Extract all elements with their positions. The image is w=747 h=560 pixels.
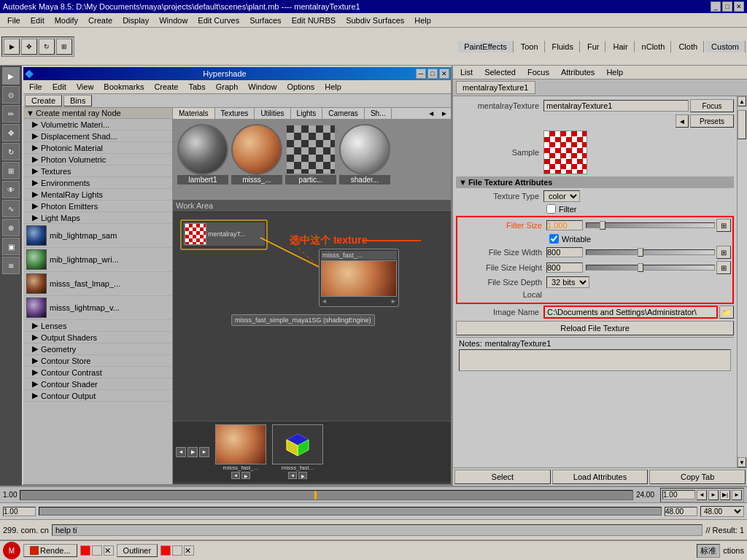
arrow-left-btn[interactable]: ◄ [676, 114, 689, 128]
range-dropdown[interactable]: 48.00 [700, 506, 744, 517]
shelf-tab-custom[interactable]: Custom [705, 41, 746, 52]
mat-scroll-right[interactable]: ► [438, 109, 451, 117]
height-more-btn[interactable]: ⊞ [716, 261, 731, 274]
menu-subdiv[interactable]: Subdiv Surfaces [341, 15, 409, 26]
menu-create[interactable]: Create [84, 15, 117, 26]
frame-input[interactable] [662, 490, 695, 499]
hs-menu-create[interactable]: Create [150, 82, 182, 92]
hs-menu-edit[interactable]: Edit [48, 82, 71, 92]
timeline-cursor[interactable] [314, 491, 317, 499]
photonic-mat-item[interactable]: ▶ Photonic Material [23, 142, 172, 154]
nav-prev[interactable]: ◄ [176, 447, 186, 457]
attr-menu-attributes[interactable]: Attributes [557, 67, 599, 77]
scroll-thumb[interactable] [738, 110, 746, 139]
hs-menu-options[interactable]: Options [282, 82, 319, 92]
height-thumb[interactable] [638, 263, 643, 272]
outliner-close[interactable]: ✕ [184, 545, 194, 556]
maximize-btn[interactable]: □ [722, 1, 732, 12]
shelf-tab-fluids[interactable]: Fluids [546, 41, 580, 52]
texture-type-select[interactable]: color [543, 190, 580, 202]
render-stop[interactable] [80, 545, 90, 556]
outliner-pause[interactable] [172, 545, 182, 556]
tool-paint[interactable]: ✏ [2, 105, 20, 122]
contour-contrast-item[interactable]: ▶ Contour Contrast [23, 367, 172, 378]
textures-item[interactable]: ▶ Textures [23, 166, 172, 177]
mentalray-lights-item[interactable]: ▶ MentalRay Lights [23, 189, 172, 201]
range-start-input[interactable] [3, 507, 36, 516]
width-more-btn[interactable]: ⊞ [716, 246, 731, 259]
tool-dynamics[interactable]: ≋ [2, 257, 20, 274]
writable-checkbox[interactable] [549, 234, 559, 244]
height-slider[interactable] [586, 265, 715, 271]
hs-bins-tab[interactable]: Bins [63, 95, 92, 106]
menu-help[interactable]: Help [410, 15, 436, 26]
light-maps-item[interactable]: ▶ Light Maps [23, 212, 172, 224]
menu-modify[interactable]: Modify [50, 15, 82, 26]
tool-move[interactable]: ✥ [21, 39, 37, 55]
create-section-header[interactable]: ▼ Create mental ray Node [23, 108, 172, 119]
range-track[interactable] [39, 507, 662, 516]
menu-edit-curves[interactable]: Edit Curves [193, 15, 244, 26]
tool-rotate[interactable]: ↻ [39, 39, 55, 55]
tool-select[interactable]: ▶ [4, 39, 20, 55]
output-shaders-item[interactable]: ▶ Output Shaders [23, 332, 172, 343]
attr-menu-help[interactable]: Help [602, 67, 627, 77]
timeline-track[interactable] [20, 490, 633, 500]
shelf-tab-hair[interactable]: Hair [607, 41, 634, 52]
tool-scale2[interactable]: ⊞ [2, 162, 20, 179]
hs-menu-tabs[interactable]: Tabs [184, 82, 209, 92]
tool-lasso[interactable]: ⊙ [2, 86, 20, 104]
rgb-cube-node[interactable]: misss_fast... ◄ ▶ [272, 424, 323, 479]
presets-button[interactable]: Presets [690, 114, 734, 128]
filter-size-more-btn[interactable]: ⊞ [716, 219, 731, 232]
mentalray-texture-node[interactable]: mentalrayT... [180, 219, 268, 250]
node-name-tab[interactable]: mentalrayTexture1 [456, 81, 535, 94]
tool-snap[interactable]: ⊕ [2, 219, 20, 236]
render-taskbar-btn[interactable]: Rende... [23, 544, 77, 557]
filter-size-slider[interactable] [586, 222, 715, 228]
shelf-tab-toon[interactable]: Toon [515, 41, 545, 52]
hs-close[interactable]: ✕ [439, 69, 449, 79]
photon-emit-item[interactable]: ▶ Photon Emitters [23, 201, 172, 212]
disp-shad-item[interactable]: ▶ Displacement Shad... [23, 131, 172, 142]
tool-select-btn[interactable]: ▶ [2, 67, 20, 85]
file-size-width-input[interactable] [546, 247, 583, 257]
shelf-tab-fur[interactable]: Fur [581, 41, 606, 52]
nav-next[interactable]: ► [199, 447, 209, 457]
tab-materials[interactable]: Materials [173, 108, 215, 119]
tool-render[interactable]: ▣ [2, 238, 20, 255]
node-ctrl4[interactable]: ▶ [298, 472, 307, 479]
file-size-height-input[interactable] [546, 262, 583, 273]
texture-name-input[interactable] [543, 100, 689, 112]
hs-menu-bookmarks[interactable]: Bookmarks [99, 82, 148, 92]
frame-prev[interactable]: ◄ [697, 490, 707, 500]
menu-edit[interactable]: Edit [26, 15, 49, 26]
anim-play[interactable]: ► [732, 490, 742, 500]
hs-menu-view[interactable]: View [72, 82, 98, 92]
geometry-item[interactable]: ▶ Geometry [23, 343, 172, 355]
menu-file[interactable]: File [3, 15, 25, 26]
frame-end[interactable]: ▶| [720, 490, 730, 500]
outliner-taskbar-btn[interactable]: Outliner [117, 544, 158, 557]
shelf-tab-cloth[interactable]: Cloth [673, 41, 704, 52]
hs-create-tab[interactable]: Create [25, 95, 62, 106]
menu-window[interactable]: Window [155, 15, 192, 26]
tab-sh[interactable]: Sh... [365, 108, 392, 119]
notes-content[interactable] [459, 349, 731, 371]
filter-checkbox[interactable] [546, 204, 556, 214]
width-slider[interactable] [586, 249, 715, 255]
shelf-tab-ncloth[interactable]: nCloth [636, 41, 672, 52]
frame-next[interactable]: ► [708, 490, 719, 500]
hs-menu-file[interactable]: File [25, 82, 47, 92]
mib-lightmap-wri-item[interactable]: mib_lightmap_wri... [23, 248, 172, 272]
mat-scroll-left[interactable]: ◄ [425, 109, 438, 117]
contour-shader-item[interactable]: ▶ Contour Shader [23, 378, 172, 390]
scroll-up-btn[interactable]: ▲ [738, 96, 746, 106]
menu-display[interactable]: Display [118, 15, 153, 26]
node-ctrl2[interactable]: ▶ [241, 472, 250, 479]
hs-maximize[interactable]: □ [427, 69, 438, 79]
image-name-input[interactable] [543, 306, 718, 319]
filter-size-input[interactable] [546, 220, 583, 230]
node-ctrl3[interactable]: ◄ [288, 472, 297, 479]
outliner-stop[interactable] [160, 545, 171, 556]
